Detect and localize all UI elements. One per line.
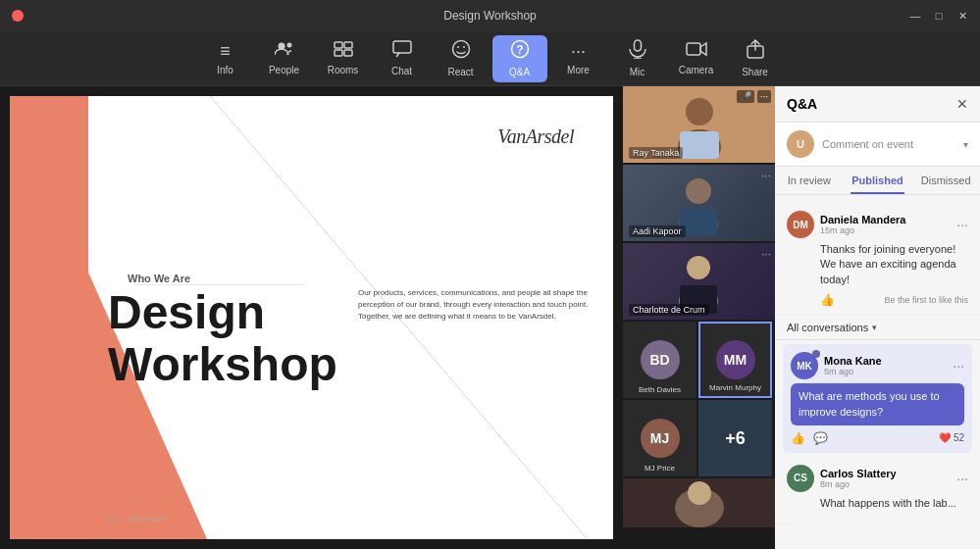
toolbar-share[interactable]: Share <box>728 35 783 82</box>
qa-item-mona: MK Mona Kane 5m ago ··· What are methods… <box>783 344 972 453</box>
svg-rect-6 <box>393 41 411 53</box>
minimize-button[interactable]: — <box>909 10 921 23</box>
svg-rect-24 <box>680 209 717 235</box>
qa-tab-published[interactable]: Published <box>844 167 912 194</box>
react-icon <box>451 39 471 64</box>
video-mj-row: MJ MJ Price +6 <box>623 400 775 476</box>
chat-icon <box>392 40 412 63</box>
video-cell-charlotte: Charlotte de Crum ··· <box>623 243 775 320</box>
qa-actions-daniela: 👍 Be the first to like this <box>820 293 968 307</box>
heart-icon-mona: ❤️ <box>939 432 951 443</box>
like-number-mona: 52 <box>954 432 964 443</box>
qa-text-mona: What are methods you use to improve desi… <box>791 383 964 425</box>
slide-content: VanArsdel Who We Are Design Workshop Our… <box>10 96 613 539</box>
qa-avatar-daniela: DM <box>787 211 814 238</box>
svg-rect-12 <box>634 40 641 51</box>
qa-comment-input[interactable]: Comment on event <box>822 138 955 150</box>
svg-text:?: ? <box>516 43 523 57</box>
svg-rect-3 <box>344 42 352 48</box>
all-conv-label: All conversations <box>787 322 868 333</box>
qa-user-info-mona: Mona Kane 5m ago <box>824 355 882 376</box>
toolbar-info[interactable]: ≡ Info <box>198 35 253 82</box>
video-more-icon[interactable]: ··· <box>757 90 771 103</box>
video-more-charlotte[interactable]: ··· <box>761 247 771 261</box>
avatar-circle-beth: BD <box>641 340 680 379</box>
slide-footer: Q.1 VanArsdel <box>108 514 165 524</box>
qa-panel: Q&A ✕ U Comment on event ▾ In review Pub… <box>775 86 980 549</box>
svg-rect-4 <box>335 50 342 56</box>
qa-user-info-daniela: Daniela Mandera 15m ago <box>820 214 905 235</box>
slide-subtitle: Our products, services, communications, … <box>358 287 593 323</box>
qa-item-carlos: CS Carlos Slattery 8m ago ··· What happe… <box>775 457 980 525</box>
video-label-ray: Ray Tanaka <box>629 147 683 159</box>
share-icon <box>747 39 764 64</box>
video-label-charlotte: Charlotte de Crum <box>629 304 709 316</box>
qa-all-conversations[interactable]: All conversations ▾ <box>775 316 980 340</box>
svg-rect-2 <box>335 42 342 48</box>
qa-more-daniela[interactable]: ··· <box>956 217 968 232</box>
camera-icon <box>686 41 707 62</box>
svg-rect-21 <box>680 131 719 159</box>
qa-avatar-carlos: CS <box>787 465 814 492</box>
qa-item-header-mona: MK Mona Kane 5m ago ··· <box>791 352 964 379</box>
svg-rect-5 <box>344 50 352 56</box>
video-cell-more[interactable]: +6 <box>698 400 772 476</box>
qa-content: DM Daniela Mandera 15m ago ··· Thanks fo… <box>775 195 980 549</box>
qa-username-carlos: Carlos Slattery <box>820 468 897 479</box>
video-more-count: +6 <box>725 428 746 449</box>
qa-close-button[interactable]: ✕ <box>956 96 968 112</box>
qa-tab-dismissed[interactable]: Dismissed <box>911 167 980 194</box>
qa-comment-btn-mona[interactable]: 💬 <box>813 431 828 445</box>
qa-username-daniela: Daniela Mandera <box>820 214 905 225</box>
people-icon <box>275 41 294 62</box>
qa-item-user-carlos: CS Carlos Slattery 8m ago <box>787 465 897 492</box>
svg-point-9 <box>463 46 465 48</box>
toolbar-mic[interactable]: Mic <box>610 35 665 82</box>
qa-item-daniela: DM Daniela Mandera 15m ago ··· Thanks fo… <box>775 203 980 316</box>
avatar-circle-mj: MJ <box>641 419 680 458</box>
video-cell-marvin: MM Marvin Murphy <box>698 322 772 398</box>
video-label-marvin: Marvin Murphy <box>700 383 770 392</box>
info-icon: ≡ <box>220 41 231 62</box>
title-bar: Design Workshop — □ ✕ <box>0 0 980 31</box>
qa-like-btn-mona[interactable]: 👍 <box>791 431 805 445</box>
rooms-icon <box>334 41 353 62</box>
qa-avatar-mona: MK <box>791 352 818 379</box>
video-more-aadi[interactable]: ··· <box>761 169 771 182</box>
svg-point-7 <box>452 41 469 58</box>
maximize-button[interactable]: □ <box>933 10 945 23</box>
qa-username-mona: Mona Kane <box>824 355 882 367</box>
toolbar-people[interactable]: People <box>257 35 312 82</box>
mic-icon <box>629 39 646 64</box>
close-button[interactable]: ✕ <box>956 10 968 23</box>
slide: VanArsdel Who We Are Design Workshop Our… <box>10 96 613 539</box>
svg-point-1 <box>286 43 291 48</box>
qa-header: Q&A ✕ <box>775 86 980 123</box>
video-cell-aadi: Aadi Kapoor ··· <box>623 165 775 241</box>
qa-comment-box[interactable]: U Comment on event ▾ <box>775 123 980 167</box>
qa-more-carlos[interactable]: ··· <box>956 471 968 486</box>
qa-like-count-mona: ❤️ 52 <box>939 432 964 443</box>
toolbar-react[interactable]: React <box>434 35 489 82</box>
video-cell-beth: BD Beth Davies <box>623 322 696 398</box>
qa-time-mona: 5m ago <box>824 367 882 376</box>
video-label-beth: Beth Davies <box>623 385 696 394</box>
window-dot <box>12 10 24 22</box>
qa-item-user-daniela: DM Daniela Mandera 15m ago <box>787 211 905 238</box>
qa-title: Q&A <box>787 96 817 112</box>
qa-tab-in-review[interactable]: In review <box>775 167 844 194</box>
svg-point-8 <box>457 46 459 48</box>
toolbar-rooms[interactable]: Rooms <box>316 35 371 82</box>
svg-point-19 <box>686 98 713 125</box>
toolbar-chat[interactable]: Chat <box>375 35 430 82</box>
video-bottom-row: BD Beth Davies MM Marvin Murphy <box>623 322 775 398</box>
qa-more-mona[interactable]: ··· <box>953 358 964 374</box>
qa-first-like-daniela: Be the first to like this <box>884 295 968 305</box>
avatar-circle-marvin: MM <box>716 340 755 379</box>
toolbar-qa[interactable]: ? Q&A <box>492 35 547 82</box>
toolbar-camera[interactable]: Camera <box>669 35 724 82</box>
toolbar-more[interactable]: ··· More <box>551 35 606 82</box>
all-conv-chevron: ▾ <box>872 323 877 332</box>
qa-like-btn-daniela[interactable]: 👍 <box>820 293 835 307</box>
qa-item-header-daniela: DM Daniela Mandera 15m ago ··· <box>787 211 968 238</box>
